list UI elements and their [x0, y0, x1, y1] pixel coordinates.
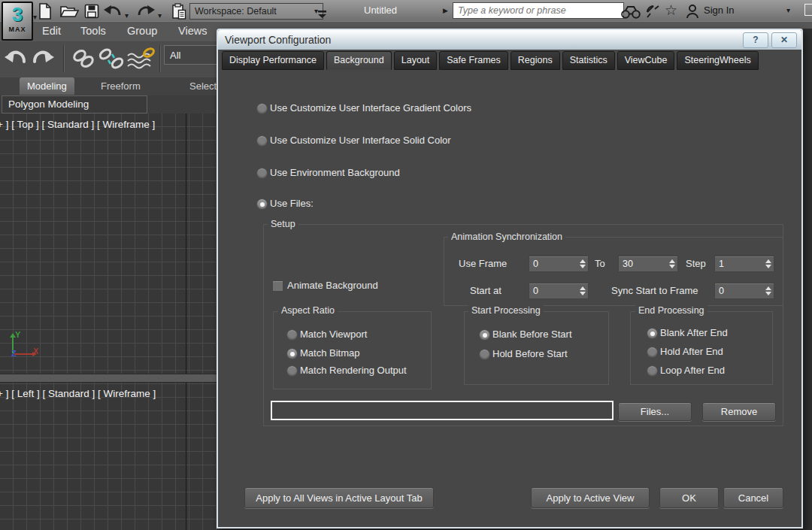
radio-hold-after-end[interactable] [647, 347, 658, 358]
radio-use-files-label[interactable]: Use Files: [270, 198, 314, 209]
tab-viewcube[interactable]: ViewCube [617, 51, 675, 70]
tab-display-performance[interactable]: Display Performance [222, 51, 324, 70]
radio-use-files[interactable] [256, 198, 268, 210]
ok-button[interactable]: OK [659, 487, 719, 508]
dialog-title-bar[interactable]: Viewport Configuration ? ✕ [218, 30, 801, 50]
help-button[interactable]: ? [743, 32, 768, 48]
search-input[interactable] [453, 2, 624, 19]
dialog-title: Viewport Configuration [218, 34, 331, 46]
start-at-value: 0 [529, 283, 577, 298]
radio-match-viewport-label[interactable]: Match Viewport [300, 329, 367, 340]
spinner-arrows-icon[interactable] [667, 256, 677, 271]
radio-loop-after-end[interactable] [647, 365, 658, 377]
radio-match-rendering-output-label[interactable]: Match Rendering Output [300, 365, 407, 376]
sync-start-to-frame-value: 0 [715, 283, 763, 298]
polygon-modeling-panel[interactable]: Polygon Modeling [2, 95, 147, 114]
end-processing-group-label: End Processing [635, 305, 707, 316]
tab-statistics[interactable]: Statistics [562, 51, 615, 70]
main-toolbar: All ▾ [0, 41, 220, 77]
remove-button[interactable]: Remove [702, 402, 776, 421]
to-spinner[interactable]: 30 [618, 256, 678, 272]
redo-scene-icon[interactable] [32, 48, 56, 72]
radio-use-gradient-colors-label[interactable]: Use Customize User Interface Gradient Co… [270, 102, 471, 114]
radio-hold-after-end-label[interactable]: Hold After End [660, 346, 723, 357]
radio-use-environment-background[interactable] [256, 168, 268, 179]
radio-use-gradient-colors[interactable] [256, 103, 268, 114]
axis-x-line [14, 353, 32, 355]
redo-dropdown-caret[interactable]: ▾ [158, 8, 162, 24]
3dsmax-application-button[interactable]: 3 MAX [2, 2, 33, 41]
undo-dropdown-caret[interactable]: ▾ [125, 8, 129, 24]
radio-match-viewport[interactable] [286, 329, 298, 341]
radio-match-bitmap[interactable] [286, 348, 298, 359]
sign-in-caret-icon[interactable]: ▾ [786, 7, 790, 14]
select-and-link-icon[interactable] [71, 47, 96, 73]
undo-scene-icon[interactable] [3, 48, 27, 72]
viewport-area[interactable]: + ] [ Top ] [ Standard ] [ Wireframe ] +… [0, 114, 220, 530]
radio-loop-after-end-label[interactable]: Loop After End [660, 365, 725, 376]
cancel-button[interactable]: Cancel [723, 487, 783, 508]
menu-group[interactable]: Group [127, 25, 157, 37]
animate-background-checkbox[interactable] [272, 280, 283, 292]
search-expand-icon[interactable]: ▶ [443, 7, 448, 14]
use-frame-label: Use Frame [459, 258, 507, 269]
radio-use-environment-background-label[interactable]: Use Environment Background [270, 167, 400, 178]
radio-hold-before-start[interactable] [479, 349, 490, 360]
spinner-arrows-icon[interactable] [763, 283, 774, 298]
step-spinner[interactable]: 1 [714, 256, 774, 272]
radio-blank-before-start-label[interactable]: Blank Before Start [492, 329, 572, 340]
undo-icon[interactable] [104, 3, 122, 20]
tab-safe-frames[interactable]: Safe Frames [439, 51, 508, 70]
project-folder-icon[interactable] [171, 3, 187, 20]
menu-views[interactable]: Views [178, 25, 207, 37]
viewport-left-label[interactable]: + ] [ Left ] [ Standard ] [ Wireframe ] [0, 388, 156, 399]
radio-match-bitmap-label[interactable]: Match Bitmap [300, 347, 359, 359]
communication-center-icon[interactable] [645, 3, 660, 20]
dialog-body: Display Performance Background Layout Sa… [218, 50, 801, 527]
viewport-top-label[interactable]: + ] [ Top ] [ Standard ] [ Wireframe ] [0, 119, 155, 130]
radio-use-solid-color[interactable] [256, 135, 268, 147]
tab-layout[interactable]: Layout [394, 51, 438, 70]
open-file-icon[interactable] [60, 3, 79, 20]
workspace-dropdown[interactable]: Workspace: Default ▾ [189, 3, 323, 20]
files-button[interactable]: Files... [618, 402, 692, 421]
radio-blank-after-end[interactable] [647, 328, 658, 339]
tab-regions[interactable]: Regions [511, 51, 560, 70]
radio-blank-before-start[interactable] [479, 329, 490, 341]
ribbon-tab-freeform[interactable]: Freeform [93, 77, 148, 95]
sign-in-label[interactable]: Sign In [704, 5, 734, 16]
radio-use-solid-color-label[interactable]: Use Customize User Interface Solid Color [270, 135, 451, 146]
setup-group-label: Setup [268, 219, 298, 229]
viewport-splitter[interactable] [0, 374, 220, 383]
save-file-icon[interactable] [84, 3, 99, 20]
tab-background[interactable]: Background [326, 51, 392, 70]
radio-match-rendering-output[interactable] [286, 365, 298, 377]
favorites-star-icon[interactable]: ☆ [665, 2, 677, 19]
new-scene-icon[interactable] [38, 3, 53, 20]
bind-to-space-warp-icon[interactable] [126, 47, 156, 74]
spinner-arrows-icon[interactable] [577, 256, 588, 271]
sync-start-to-frame-spinner[interactable]: 0 [714, 283, 774, 299]
background-file-field[interactable] [271, 401, 614, 420]
app-menu-caret-icon[interactable]: ▾ [33, 14, 37, 21]
redo-icon[interactable] [137, 3, 155, 20]
close-button[interactable]: ✕ [771, 32, 797, 48]
tab-steeringwheels[interactable]: SteeringWheels [677, 51, 758, 70]
start-at-spinner[interactable]: 0 [529, 283, 589, 299]
ribbon-tab-modeling[interactable]: Modeling [20, 77, 74, 95]
step-label: Step [686, 258, 706, 269]
spinner-arrows-icon[interactable] [763, 256, 774, 271]
unlink-selection-icon[interactable] [98, 47, 125, 73]
menu-tools[interactable]: Tools [80, 25, 106, 37]
radio-blank-after-end-label[interactable]: Blank After End [660, 327, 728, 338]
apply-active-view-button[interactable]: Apply to Active View [531, 487, 650, 508]
use-frame-spinner[interactable]: 0 [529, 256, 589, 272]
spinner-arrows-icon[interactable] [577, 283, 588, 298]
apply-all-views-button[interactable]: Apply to All Views in Active Layout Tab [244, 487, 434, 508]
sign-in-person-icon[interactable] [686, 3, 699, 20]
menu-edit[interactable]: Edit [42, 25, 61, 37]
radio-hold-before-start-label[interactable]: Hold Before Start [492, 348, 568, 359]
search-binoculars-icon[interactable] [621, 4, 641, 20]
animate-background-label[interactable]: Animate Background [287, 280, 378, 291]
minimize-toolbar-icon[interactable] [317, 6, 327, 23]
